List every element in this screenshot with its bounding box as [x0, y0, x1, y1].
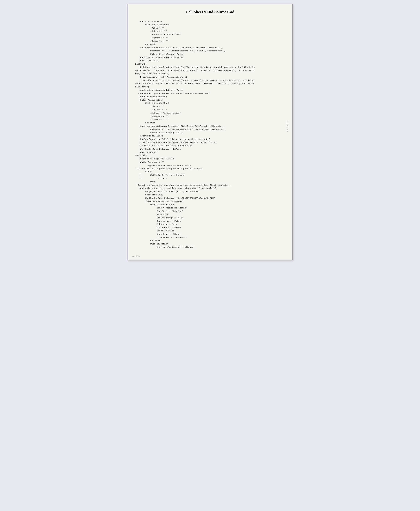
code-content: ChDir FileLocation With ActiveWorkbook .…: [135, 20, 285, 249]
watermark-right: COPY IO: [286, 121, 289, 132]
page-title: Cell Sheet v1.0d Source Cod: [135, 9, 285, 14]
watermark-left: Opencl.info: [132, 255, 140, 257]
page-container: Cell Sheet v1.0d Source Cod ChDir FileLo…: [128, 4, 293, 260]
